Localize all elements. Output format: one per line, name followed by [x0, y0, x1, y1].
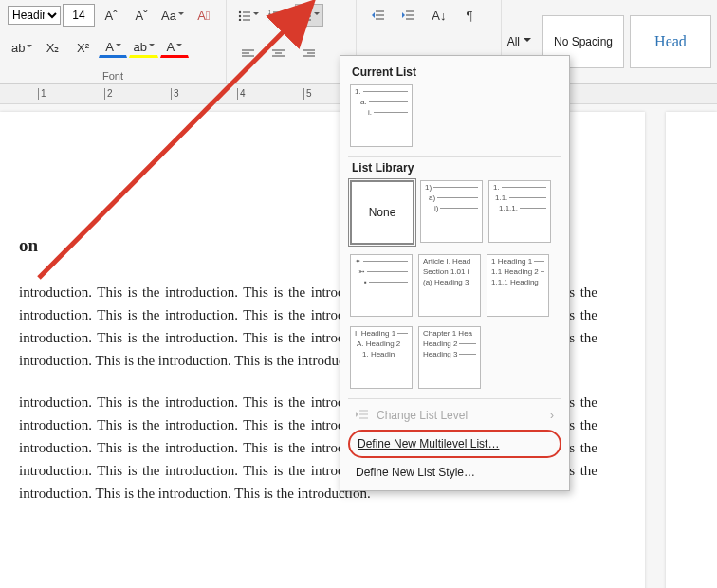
subscript-button[interactable]: X₂	[38, 36, 66, 59]
define-list-style-item[interactable]: Define New List Style…	[348, 460, 561, 485]
highlight-button[interactable]: ab	[129, 37, 157, 58]
ruler-tick: 4	[237, 88, 246, 100]
indent-icon	[356, 409, 369, 422]
change-case-button[interactable]: Aa	[157, 4, 188, 27]
align-left-button[interactable]	[234, 42, 263, 64]
font-name-select[interactable]: Headir	[8, 6, 61, 25]
numbering-button[interactable]: 123	[265, 4, 293, 27]
change-list-level-item: Change List Level ›	[348, 403, 561, 428]
clear-formatting-button[interactable]: A⃠	[190, 4, 218, 27]
current-list-swatch[interactable]: 1. a. i.	[350, 84, 413, 147]
sort-button[interactable]: A↓	[425, 4, 453, 27]
font-group: Headir Aˆ Aˇ Aa A⃠ ab X₂ X² A ab A Font	[0, 0, 227, 83]
ruler-tick: 2	[104, 88, 113, 100]
list-swatch[interactable]: 1. 1.1. 1.1.1.	[488, 180, 551, 243]
increase-indent-button[interactable]	[395, 4, 423, 27]
svg-point-0	[239, 11, 241, 13]
ruler-tick: 5	[303, 88, 312, 100]
next-page-peek	[666, 112, 717, 588]
text-effects-button[interactable]: A	[99, 37, 127, 58]
style-heading[interactable]: Head	[630, 15, 711, 68]
define-multilevel-list-item[interactable]: Define New Multilevel List…	[350, 432, 560, 456]
list-swatch[interactable]: Article I. Head Section 1.01 i (a) Headi…	[418, 254, 481, 317]
list-swatch[interactable]: I. Heading 1 A. Heading 2 1. Headin	[350, 326, 413, 389]
ruler-tick: 3	[171, 88, 179, 100]
svg-marker-30	[372, 12, 375, 18]
font-size-input[interactable]	[63, 4, 95, 27]
list-swatch[interactable]: Chapter 1 Hea Heading 2 Heading 3	[418, 326, 481, 389]
bullets-button[interactable]	[234, 4, 263, 27]
strikethrough-button[interactable]: ab	[8, 36, 36, 59]
panel-section-current: Current List	[352, 65, 558, 79]
ruler-tick: 1	[38, 88, 46, 100]
styles-filter-dropdown[interactable]: All	[507, 35, 537, 48]
svg-point-4	[239, 19, 241, 21]
superscript-button[interactable]: X²	[68, 36, 97, 59]
font-color-button[interactable]: A	[160, 37, 189, 58]
paragraph-group: 123 1ai	[227, 0, 357, 83]
multilevel-list-panel: Current List 1. a. i. List Library None …	[340, 55, 570, 491]
shrink-font-button[interactable]: Aˇ	[127, 4, 156, 27]
svg-marker-38	[356, 412, 358, 417]
decrease-indent-button[interactable]	[364, 4, 393, 27]
align-center-button[interactable]	[265, 42, 293, 64]
grow-font-button[interactable]: Aˆ	[97, 4, 125, 27]
list-none-swatch[interactable]: None	[350, 180, 414, 245]
svg-text:i: i	[303, 17, 303, 21]
multilevel-list-button[interactable]: 1ai	[295, 4, 323, 27]
chevron-right-icon: ›	[550, 409, 554, 422]
svg-point-2	[239, 15, 241, 17]
panel-section-library: List Library	[352, 161, 558, 175]
font-group-label: Font	[8, 70, 218, 82]
list-swatch[interactable]: 1 Heading 1 1.1 Heading 2 1.1.1 Heading	[487, 254, 549, 317]
list-swatch[interactable]: 1) a) i)	[420, 180, 483, 243]
align-right-button[interactable]	[295, 42, 323, 64]
svg-text:3: 3	[268, 17, 271, 21]
svg-marker-34	[402, 12, 405, 18]
show-marks-button[interactable]: ¶	[455, 4, 484, 27]
list-swatch[interactable]: ✦ ➳ ▪	[350, 254, 413, 317]
